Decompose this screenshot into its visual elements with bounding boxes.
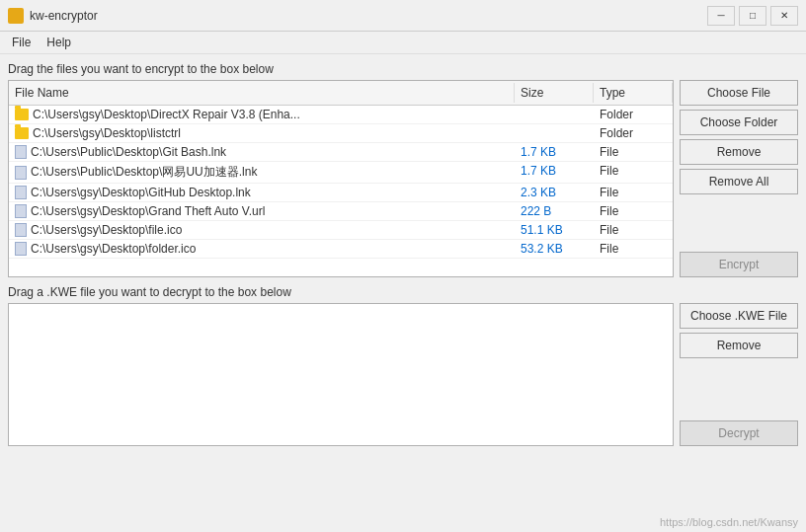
cell-size: 1.7 KB xyxy=(515,162,594,183)
app-icon xyxy=(8,8,24,24)
choose-file-button[interactable]: Choose File xyxy=(680,80,798,106)
menu-file[interactable]: File xyxy=(4,34,39,51)
encrypt-section: Drag the files you want to encrypt to th… xyxy=(8,62,798,277)
table-body[interactable]: C:\Users\gsy\Desktop\DirectX Repair V3.8… xyxy=(9,106,673,275)
close-button[interactable]: ✕ xyxy=(770,6,798,26)
cell-filename: C:\Users\Public\Desktop\网易UU加速器.lnk xyxy=(9,162,515,183)
table-row[interactable]: C:\Users\Public\Desktop\Git Bash.lnk1.7 … xyxy=(9,143,673,162)
col-type: Type xyxy=(594,83,673,103)
cell-type: File xyxy=(594,184,673,201)
table-row[interactable]: C:\Users\gsy\Desktop\Grand Theft Auto V.… xyxy=(9,202,673,221)
table-row[interactable]: C:\Users\gsy\Desktop\listctrlFolder xyxy=(9,124,673,143)
cell-type: Folder xyxy=(594,106,673,123)
table-row[interactable]: C:\Users\gsy\Desktop\DirectX Repair V3.8… xyxy=(9,106,673,124)
file-icon xyxy=(15,204,27,218)
encrypt-buttons: Choose File Choose Folder Remove Remove … xyxy=(680,80,798,277)
folder-icon xyxy=(15,127,29,139)
file-icon xyxy=(15,166,27,180)
decrypt-remove-button[interactable]: Remove xyxy=(680,333,798,358)
choose-kwe-button[interactable]: Choose .KWE File xyxy=(680,303,798,329)
window-controls: ─ □ ✕ xyxy=(707,6,798,26)
cell-size: 51.1 KB xyxy=(515,221,594,239)
cell-size xyxy=(515,106,594,123)
table-row[interactable]: C:\Users\Public\Desktop\网易UU加速器.lnk1.7 K… xyxy=(9,162,673,184)
watermark: https://blog.csdn.net/Kwansy xyxy=(660,516,798,528)
table-row[interactable]: C:\Users\gsy\Desktop\GitHub Desktop.lnk2… xyxy=(9,184,673,202)
title-bar: kw-encryptor ─ □ ✕ xyxy=(0,0,806,32)
file-table: File Name Size Type C:\Users\gsy\Desktop… xyxy=(8,80,674,277)
cell-filename: C:\Users\gsy\Desktop\GitHub Desktop.lnk xyxy=(9,184,515,201)
cell-size: 1.7 KB xyxy=(515,143,594,161)
decrypt-drop-area[interactable] xyxy=(8,303,674,446)
remove-button[interactable]: Remove xyxy=(680,139,798,165)
encrypt-drag-label: Drag the files you want to encrypt to th… xyxy=(8,62,798,76)
file-icon xyxy=(15,223,27,237)
cell-type: File xyxy=(594,143,673,161)
cell-size: 2.3 KB xyxy=(515,184,594,201)
cell-filename: C:\Users\gsy\Desktop\Grand Theft Auto V.… xyxy=(9,202,515,220)
table-header: File Name Size Type xyxy=(9,81,673,106)
menu-bar: File Help xyxy=(0,32,806,54)
cell-filename: C:\Users\Public\Desktop\Git Bash.lnk xyxy=(9,143,515,161)
file-icon xyxy=(15,145,27,159)
decrypt-buttons: Choose .KWE File Remove Decrypt xyxy=(680,303,798,446)
decrypt-drag-label: Drag a .KWE file you want to decrypt to … xyxy=(8,285,798,299)
cell-type: File xyxy=(594,221,673,239)
minimize-button[interactable]: ─ xyxy=(707,6,735,26)
remove-all-button[interactable]: Remove All xyxy=(680,169,798,194)
decrypt-button[interactable]: Decrypt xyxy=(680,420,798,446)
folder-icon xyxy=(15,109,29,120)
cell-filename: C:\Users\gsy\Desktop\folder.ico xyxy=(9,240,515,258)
cell-type: File xyxy=(594,162,673,183)
table-row[interactable]: C:\Users\gsy\Desktop\folder.ico53.2 KBFi… xyxy=(9,240,673,259)
cell-size: 222 B xyxy=(515,202,594,220)
cell-type: Folder xyxy=(594,124,673,142)
cell-filename: C:\Users\gsy\Desktop\listctrl xyxy=(9,124,515,142)
cell-filename: C:\Users\gsy\Desktop\DirectX Repair V3.8… xyxy=(9,106,515,123)
file-icon xyxy=(15,242,27,256)
encrypt-panel: File Name Size Type C:\Users\gsy\Desktop… xyxy=(8,80,798,277)
maximize-button[interactable]: □ xyxy=(739,6,766,26)
cell-filename: C:\Users\gsy\Desktop\file.ico xyxy=(9,221,515,239)
cell-type: File xyxy=(594,240,673,258)
encrypt-button[interactable]: Encrypt xyxy=(680,252,798,277)
cell-size: 53.2 KB xyxy=(515,240,594,258)
app-title: kw-encryptor xyxy=(30,9,707,23)
decrypt-panel: Choose .KWE File Remove Decrypt xyxy=(8,303,798,446)
menu-help[interactable]: Help xyxy=(39,34,79,51)
col-size: Size xyxy=(515,83,594,103)
file-icon xyxy=(15,186,27,199)
decrypt-section: Drag a .KWE file you want to decrypt to … xyxy=(8,285,798,446)
col-filename: File Name xyxy=(9,83,515,103)
cell-type: File xyxy=(594,202,673,220)
choose-folder-button[interactable]: Choose Folder xyxy=(680,110,798,135)
main-content: Drag the files you want to encrypt to th… xyxy=(0,54,806,531)
table-row[interactable]: C:\Users\gsy\Desktop\file.ico51.1 KBFile xyxy=(9,221,673,240)
cell-size xyxy=(515,124,594,142)
